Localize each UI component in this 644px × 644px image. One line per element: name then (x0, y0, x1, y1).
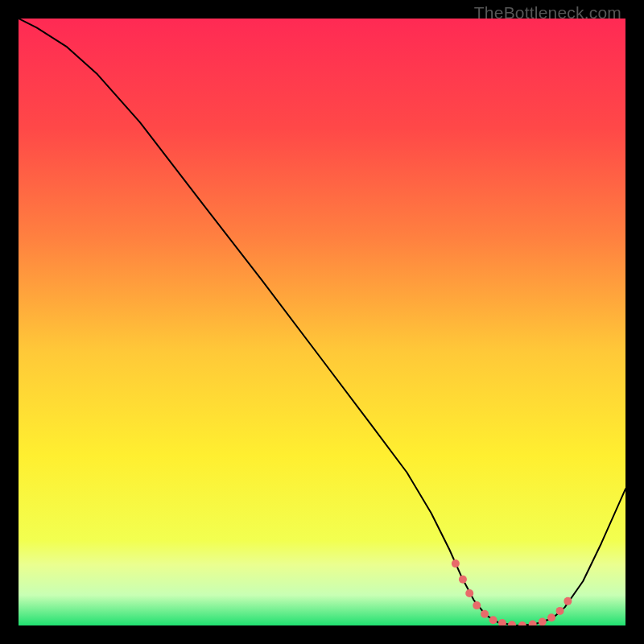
highlight-dot (481, 610, 489, 618)
chart-plot (19, 19, 625, 625)
highlight-dot (564, 597, 572, 605)
highlight-dot (465, 589, 473, 597)
highlight-dot (556, 607, 564, 615)
chart-frame (19, 19, 625, 625)
highlight-dot (452, 559, 460, 568)
highlight-dot (473, 601, 481, 609)
highlight-dot (547, 613, 555, 621)
highlight-dot (459, 576, 467, 584)
gradient-background (19, 19, 625, 625)
watermark-text: TheBottleneck.com (474, 3, 621, 23)
highlight-dot (489, 616, 497, 624)
